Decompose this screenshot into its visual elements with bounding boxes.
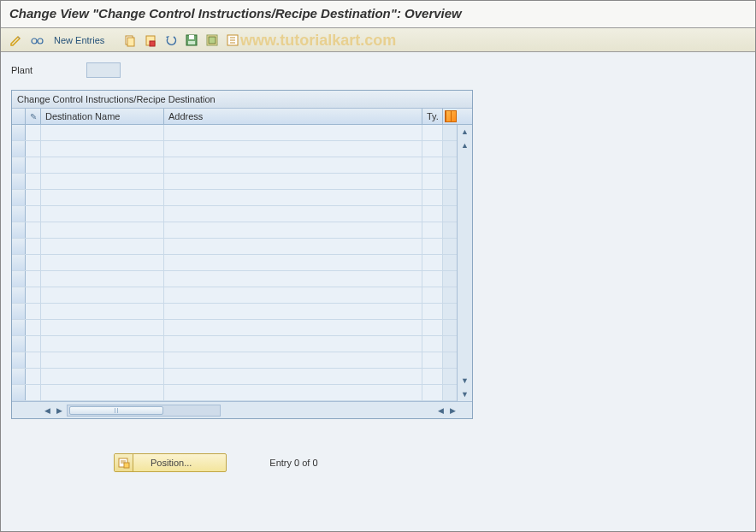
table-settings-button[interactable]: [443, 109, 458, 124]
svg-point-1: [38, 38, 43, 44]
pin-icon: ✎: [30, 112, 37, 121]
select-all-rows[interactable]: [12, 109, 26, 124]
table-row[interactable]: [12, 255, 457, 271]
scroll-right-icon[interactable]: ▶: [446, 405, 458, 417]
save-icon[interactable]: [183, 32, 200, 49]
select-all-icon[interactable]: [204, 32, 221, 49]
deselect-all-icon[interactable]: [224, 32, 241, 49]
svg-rect-4: [127, 38, 134, 46]
fixed-column-indicator[interactable]: ✎: [26, 109, 41, 124]
new-entries-button[interactable]: New Entries: [49, 33, 109, 47]
table-rows: [12, 125, 457, 401]
plant-field-row: Plant: [11, 62, 745, 78]
column-type[interactable]: Ty.: [422, 109, 443, 124]
undo-icon[interactable]: [162, 32, 180, 49]
svg-rect-8: [189, 35, 194, 39]
copy-icon[interactable]: [121, 32, 139, 49]
scroll-track[interactable]: [458, 152, 472, 374]
table-row[interactable]: [12, 287, 457, 304]
column-address[interactable]: Address: [164, 109, 422, 124]
table-row[interactable]: [12, 304, 457, 320]
glasses-icon[interactable]: [28, 32, 45, 49]
plant-input[interactable]: [86, 62, 121, 78]
table-row[interactable]: [12, 174, 457, 190]
svg-rect-6: [150, 41, 155, 46]
table-row[interactable]: [12, 125, 457, 141]
table-body: ▲ ▲ ▼ ▼: [12, 125, 472, 401]
change-icon[interactable]: [8, 32, 25, 49]
scroll-down-icon[interactable]: ▼: [458, 387, 472, 401]
horizontal-scrollbar[interactable]: ◀ ▶ ◀ ▶: [12, 401, 472, 418]
table-row[interactable]: [12, 369, 457, 385]
main-content: Plant Change Control Instructions/Recipe…: [1, 52, 755, 532]
scroll-track[interactable]: [67, 405, 221, 417]
table-row[interactable]: [12, 141, 457, 157]
svg-rect-9: [188, 41, 195, 44]
table-row[interactable]: [12, 320, 457, 336]
svg-rect-19: [124, 463, 129, 468]
table-row[interactable]: [12, 190, 457, 206]
change-entry-icon[interactable]: [142, 32, 159, 49]
column-destination-name[interactable]: Destination Name: [41, 109, 164, 124]
table-row[interactable]: [12, 222, 457, 239]
footer: Position... Entry 0 of 0: [11, 453, 745, 472]
toolbar: New Entries: [1, 28, 755, 52]
svg-rect-11: [209, 37, 216, 44]
plant-label: Plant: [11, 65, 80, 75]
scroll-left-icon[interactable]: ◀: [434, 405, 446, 417]
scroll-thumb[interactable]: [69, 406, 163, 415]
table-panel: Change Control Instructions/Recipe Desti…: [11, 90, 473, 419]
position-icon: [115, 454, 133, 471]
table-settings-icon: [445, 110, 457, 122]
table-row[interactable]: [12, 206, 457, 222]
scroll-up-icon[interactable]: ▲: [458, 125, 472, 139]
table-row[interactable]: [12, 239, 457, 255]
scroll-down-icon[interactable]: ▼: [458, 374, 472, 387]
table-row[interactable]: [12, 271, 457, 287]
table-header: ✎ Destination Name Address Ty.: [12, 109, 472, 125]
table-row[interactable]: [12, 157, 457, 174]
table-row[interactable]: [12, 352, 457, 369]
entry-count-text: Entry 0 of 0: [269, 458, 317, 468]
table-row[interactable]: [12, 385, 457, 401]
scroll-left-icon[interactable]: ◀: [41, 405, 53, 417]
scroll-right-icon[interactable]: ▶: [53, 405, 65, 417]
position-button[interactable]: Position...: [114, 453, 227, 472]
scroll-up-icon[interactable]: ▲: [458, 139, 472, 152]
page-title: Change View "Change Control Instructions…: [1, 1, 755, 28]
table-title: Change Control Instructions/Recipe Desti…: [12, 91, 472, 109]
svg-point-0: [32, 38, 37, 44]
vertical-scrollbar[interactable]: ▲ ▲ ▼ ▼: [457, 125, 472, 401]
position-label: Position...: [133, 458, 226, 468]
table-row[interactable]: [12, 336, 457, 352]
